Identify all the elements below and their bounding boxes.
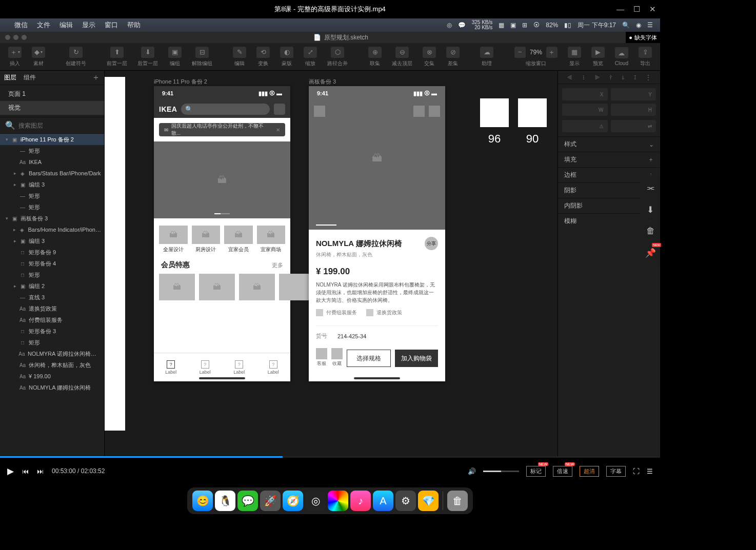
layer-search[interactable]: 🔍 bbox=[0, 117, 104, 134]
distribute-icon[interactable]: ⋮ bbox=[645, 74, 651, 81]
play-button[interactable]: ▶ bbox=[7, 466, 14, 477]
dock-sketch-icon[interactable]: 💎 bbox=[418, 491, 439, 511]
mark-button[interactable]: 标记 bbox=[526, 466, 546, 477]
search-input[interactable] bbox=[18, 122, 99, 129]
category-item[interactable]: 🏔宜家商场 bbox=[257, 226, 286, 253]
layer-row[interactable]: □矩形 bbox=[0, 337, 104, 348]
tool-cloud[interactable]: ☁Cloud bbox=[610, 45, 633, 68]
favorite-button[interactable]: 收藏 bbox=[331, 348, 343, 367]
dock-qq-icon[interactable]: 🐧 bbox=[215, 491, 235, 511]
tool-mask[interactable]: ◐蒙版 bbox=[275, 45, 299, 69]
tool-ungroup[interactable]: ⊟解除编组 bbox=[187, 45, 217, 69]
coord-w[interactable]: W bbox=[562, 104, 608, 116]
missing-fonts-warning[interactable]: ● 缺失字体 bbox=[626, 32, 660, 43]
traffic-max[interactable] bbox=[22, 35, 27, 40]
volume-slider[interactable] bbox=[483, 471, 519, 472]
battery-icon[interactable]: ▮▯ bbox=[564, 22, 571, 29]
swatch-90[interactable]: 90 bbox=[518, 98, 547, 146]
artboard-iphone-home[interactable]: 9:41 ▮▮▮⦿▬ IKEA 🔍 ✉ 国庆后超人电话亭作业公开处刑，不鞭不散.… bbox=[154, 86, 290, 381]
tool-intersect[interactable]: ⊗交集 bbox=[417, 45, 441, 69]
header-action[interactable] bbox=[274, 104, 285, 115]
tray-icon-3[interactable]: ⊞ bbox=[522, 22, 527, 29]
select-spec-button[interactable]: 选择规格 bbox=[347, 350, 391, 367]
tool-tint[interactable]: ☁助理 bbox=[475, 45, 499, 69]
coord-h[interactable]: H bbox=[611, 104, 656, 116]
tool-preview[interactable]: ▶预览 bbox=[586, 45, 610, 69]
layer-row[interactable]: —矩形 bbox=[0, 145, 104, 156]
tab-item[interactable]: ?Label bbox=[256, 353, 291, 381]
layer-row[interactable]: —直线 3 bbox=[0, 292, 104, 303]
tool-rotate[interactable]: ⟲变换 bbox=[251, 45, 275, 69]
tab-components[interactable]: 组件 bbox=[24, 73, 36, 82]
subtitle-button[interactable]: 字幕 bbox=[606, 466, 626, 477]
list-item[interactable]: 🏔 bbox=[159, 274, 195, 300]
layer-row[interactable]: Aa付费组装服务 bbox=[0, 314, 104, 325]
coord-x[interactable]: X bbox=[562, 88, 608, 100]
artboard-product-detail[interactable]: 9:41 ▮▮▮⦿▬ 🏔 NOLMY bbox=[309, 86, 445, 381]
tab-item[interactable]: ?Label bbox=[154, 353, 188, 381]
minimize-button[interactable]: — bbox=[616, 5, 624, 14]
layer-row[interactable]: ▸▣编组 3 bbox=[0, 179, 104, 190]
align-top-icon[interactable]: ⫯ bbox=[609, 74, 612, 81]
tool-export[interactable]: ⇪导出 bbox=[633, 45, 657, 69]
pin-icon[interactable]: 📌 bbox=[641, 242, 660, 263]
volume-icon[interactable]: 🔊 bbox=[468, 467, 476, 475]
menu-help[interactable]: 帮助 bbox=[127, 21, 141, 30]
back-button[interactable] bbox=[314, 106, 325, 117]
layer-row[interactable]: —矩形 bbox=[0, 190, 104, 201]
page-item[interactable]: 视觉 bbox=[0, 101, 104, 115]
share-button[interactable]: 分享 bbox=[425, 237, 438, 250]
align-bottom-icon[interactable]: ⫱ bbox=[634, 74, 636, 81]
align-right-icon[interactable]: ⫸ bbox=[594, 74, 601, 81]
trash-icon[interactable]: 🗑 bbox=[641, 220, 660, 242]
layer-row[interactable]: AaIKEA bbox=[0, 156, 104, 168]
list-item[interactable]: 🏔 bbox=[239, 274, 275, 300]
layer-row[interactable]: ▸◈Bars/Home Indicator/iPhone/... bbox=[0, 224, 104, 235]
dock-wechat-icon[interactable]: 💬 bbox=[237, 491, 258, 511]
horizontal-list[interactable]: 🏔 🏔 🏔 bbox=[154, 274, 290, 300]
more-link[interactable]: 更多 bbox=[272, 261, 283, 269]
page-item[interactable]: 页面 1 bbox=[0, 87, 104, 101]
layer-row[interactable]: AaNOLMYLA 娜姆拉休闲椅 bbox=[0, 382, 104, 393]
layer-row[interactable]: ▸◈Bars/Status Bar/iPhone/Dark bbox=[0, 168, 104, 179]
spotlight-icon[interactable]: 🔍 bbox=[622, 22, 630, 29]
tab-layers[interactable]: 图层 bbox=[4, 73, 16, 82]
share-icon[interactable]: ⫘ bbox=[641, 177, 660, 199]
layer-row[interactable]: ▸▣编组 3 bbox=[0, 235, 104, 247]
layer-row[interactable]: —矩形 bbox=[0, 201, 104, 213]
close-button[interactable]: ✕ bbox=[649, 5, 656, 14]
obs-icon[interactable]: ◎ bbox=[447, 22, 452, 29]
align-center-h-icon[interactable]: ⫶ bbox=[582, 74, 585, 81]
flip-icon[interactable]: ⇄ bbox=[611, 120, 656, 132]
layer-row[interactable]: □矩形备份 4 bbox=[0, 258, 104, 269]
dock-music-icon[interactable]: ♪ bbox=[350, 491, 371, 511]
section-fill[interactable]: 填充＋ bbox=[558, 152, 660, 167]
prev-button[interactable]: ⏮ bbox=[22, 467, 29, 475]
tool-link[interactable]: ⊕联集 bbox=[363, 45, 387, 69]
header-action[interactable] bbox=[413, 106, 425, 117]
tray-icon-2[interactable]: ▣ bbox=[510, 22, 516, 29]
speed-button[interactable]: 倍速 bbox=[553, 466, 572, 477]
dock-settings-icon[interactable]: ⚙ bbox=[395, 491, 416, 511]
menu-app[interactable]: 微信 bbox=[14, 21, 28, 30]
dock-launchpad-icon[interactable]: 🚀 bbox=[260, 491, 281, 511]
section-style[interactable]: 样式⌄ bbox=[558, 136, 660, 152]
tray-icon-1[interactable]: ▦ bbox=[499, 22, 504, 29]
option-return[interactable]: 退换货政策 bbox=[366, 309, 402, 316]
fullscreen-button[interactable]: ⛶ bbox=[633, 467, 640, 475]
tool-group[interactable]: ▣编组 bbox=[163, 45, 187, 69]
notice-banner[interactable]: ✉ 国庆后超人电话亭作业公开处刑，不鞭不散... ✕ bbox=[159, 123, 285, 136]
playlist-button[interactable]: ☰ bbox=[647, 467, 653, 475]
tool-show[interactable]: ▦显示 bbox=[563, 45, 586, 69]
control-center-icon[interactable]: ☰ bbox=[647, 22, 653, 29]
tool-edit[interactable]: ✎编辑 bbox=[228, 45, 251, 69]
menu-view[interactable]: 显示 bbox=[82, 21, 95, 30]
close-icon[interactable]: ✕ bbox=[276, 127, 280, 133]
menu-window[interactable]: 窗口 bbox=[105, 21, 118, 30]
search-bar[interactable]: 🔍 bbox=[181, 104, 270, 115]
option-assembly[interactable]: 付费组装服务 bbox=[316, 309, 357, 316]
layer-row[interactable]: ▾▣画板备份 3 bbox=[0, 213, 104, 224]
dock-finder-icon[interactable]: 😊 bbox=[192, 491, 213, 511]
wechat-tray-icon[interactable]: 💬 bbox=[458, 22, 466, 29]
tool-insert[interactable]: ＋插入 bbox=[3, 45, 27, 69]
